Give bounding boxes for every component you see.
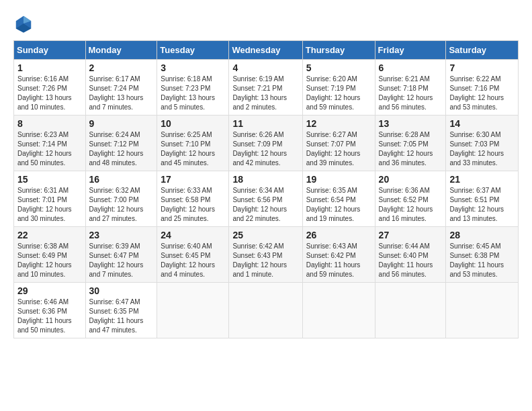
calendar-week-row: 15Sunrise: 6:31 AM Sunset: 7:01 PM Dayli… <box>14 171 519 227</box>
calendar-cell: 12Sunrise: 6:27 AM Sunset: 7:07 PM Dayli… <box>302 116 375 171</box>
day-number: 26 <box>306 230 371 240</box>
day-of-week-header: Monday <box>85 41 157 60</box>
calendar-cell: 9Sunrise: 6:24 AM Sunset: 7:12 PM Daylig… <box>85 116 157 171</box>
day-info: Sunrise: 6:45 AM Sunset: 6:38 PM Dayligh… <box>449 242 515 279</box>
calendar-cell: 24Sunrise: 6:40 AM Sunset: 6:45 PM Dayli… <box>157 227 229 283</box>
day-info: Sunrise: 6:36 AM Sunset: 6:52 PM Dayligh… <box>379 186 443 224</box>
calendar-cell: 23Sunrise: 6:39 AM Sunset: 6:47 PM Dayli… <box>85 227 157 283</box>
day-number: 25 <box>232 230 298 240</box>
calendar-table: SundayMondayTuesdayWednesdayThursdayFrid… <box>13 40 519 338</box>
calendar-cell: 6Sunrise: 6:21 AM Sunset: 7:18 PM Daylig… <box>375 60 446 116</box>
calendar-cell: 28Sunrise: 6:45 AM Sunset: 6:38 PM Dayli… <box>446 227 519 283</box>
calendar-cell: 29Sunrise: 6:46 AM Sunset: 6:36 PM Dayli… <box>14 283 86 338</box>
day-number: 28 <box>449 230 515 240</box>
day-info: Sunrise: 6:24 AM Sunset: 7:12 PM Dayligh… <box>89 130 154 168</box>
day-number: 21 <box>449 174 515 185</box>
day-number: 13 <box>379 118 443 129</box>
calendar-cell <box>375 283 446 338</box>
day-info: Sunrise: 6:42 AM Sunset: 6:43 PM Dayligh… <box>232 242 298 279</box>
calendar-cell: 30Sunrise: 6:47 AM Sunset: 6:35 PM Dayli… <box>85 283 157 338</box>
calendar-cell: 14Sunrise: 6:30 AM Sunset: 7:03 PM Dayli… <box>446 116 519 171</box>
day-info: Sunrise: 6:37 AM Sunset: 6:51 PM Dayligh… <box>449 186 515 224</box>
day-number: 4 <box>232 62 298 73</box>
calendar-cell: 1Sunrise: 6:16 AM Sunset: 7:26 PM Daylig… <box>14 60 86 116</box>
calendar-week-row: 1Sunrise: 6:16 AM Sunset: 7:26 PM Daylig… <box>14 60 519 116</box>
logo <box>13 13 35 34</box>
day-info: Sunrise: 6:31 AM Sunset: 7:01 PM Dayligh… <box>17 186 82 224</box>
calendar-cell: 17Sunrise: 6:33 AM Sunset: 6:58 PM Dayli… <box>157 171 229 227</box>
logo-icon <box>13 13 34 34</box>
calendar-cell: 20Sunrise: 6:36 AM Sunset: 6:52 PM Dayli… <box>375 171 446 227</box>
calendar-cell: 22Sunrise: 6:38 AM Sunset: 6:49 PM Dayli… <box>14 227 86 283</box>
calendar-cell <box>229 283 302 338</box>
calendar-cell: 16Sunrise: 6:32 AM Sunset: 7:00 PM Dayli… <box>85 171 157 227</box>
day-info: Sunrise: 6:26 AM Sunset: 7:09 PM Dayligh… <box>232 130 298 168</box>
day-number: 19 <box>306 174 371 185</box>
calendar-cell <box>302 283 375 338</box>
day-number: 6 <box>379 62 443 73</box>
day-info: Sunrise: 6:16 AM Sunset: 7:26 PM Dayligh… <box>17 75 82 112</box>
day-number: 1 <box>17 62 82 73</box>
day-info: Sunrise: 6:34 AM Sunset: 6:56 PM Dayligh… <box>232 186 298 224</box>
calendar-cell: 2Sunrise: 6:17 AM Sunset: 7:24 PM Daylig… <box>85 60 157 116</box>
day-info: Sunrise: 6:39 AM Sunset: 6:47 PM Dayligh… <box>89 242 154 279</box>
calendar-cell: 3Sunrise: 6:18 AM Sunset: 7:23 PM Daylig… <box>157 60 229 116</box>
day-number: 8 <box>17 118 82 129</box>
day-number: 30 <box>89 285 154 296</box>
day-info: Sunrise: 6:21 AM Sunset: 7:18 PM Dayligh… <box>379 75 443 112</box>
calendar-cell <box>157 283 229 338</box>
calendar-cell: 5Sunrise: 6:20 AM Sunset: 7:19 PM Daylig… <box>302 60 375 116</box>
day-of-week-header: Wednesday <box>229 41 302 60</box>
calendar-cell: 18Sunrise: 6:34 AM Sunset: 6:56 PM Dayli… <box>229 171 302 227</box>
day-info: Sunrise: 6:47 AM Sunset: 6:35 PM Dayligh… <box>89 298 154 335</box>
day-info: Sunrise: 6:44 AM Sunset: 6:40 PM Dayligh… <box>379 242 443 279</box>
day-info: Sunrise: 6:33 AM Sunset: 6:58 PM Dayligh… <box>161 186 225 224</box>
day-number: 10 <box>161 118 225 129</box>
day-number: 20 <box>379 174 443 185</box>
day-number: 23 <box>89 230 154 240</box>
day-info: Sunrise: 6:23 AM Sunset: 7:14 PM Dayligh… <box>17 130 82 168</box>
day-number: 11 <box>232 118 298 129</box>
calendar-week-row: 8Sunrise: 6:23 AM Sunset: 7:14 PM Daylig… <box>14 116 519 171</box>
day-number: 22 <box>17 230 82 240</box>
day-of-week-header: Saturday <box>446 41 519 60</box>
day-of-week-header: Friday <box>375 41 446 60</box>
day-number: 16 <box>89 174 154 185</box>
day-number: 3 <box>161 62 225 73</box>
day-number: 29 <box>17 285 82 296</box>
calendar-cell: 7Sunrise: 6:22 AM Sunset: 7:16 PM Daylig… <box>446 60 519 116</box>
day-info: Sunrise: 6:30 AM Sunset: 7:03 PM Dayligh… <box>449 130 515 168</box>
day-info: Sunrise: 6:18 AM Sunset: 7:23 PM Dayligh… <box>161 75 225 112</box>
calendar-cell: 27Sunrise: 6:44 AM Sunset: 6:40 PM Dayli… <box>375 227 446 283</box>
day-number: 14 <box>449 118 515 129</box>
day-info: Sunrise: 6:40 AM Sunset: 6:45 PM Dayligh… <box>161 242 225 279</box>
day-info: Sunrise: 6:38 AM Sunset: 6:49 PM Dayligh… <box>17 242 82 279</box>
page-header <box>13 13 519 34</box>
day-of-week-header: Sunday <box>14 41 86 60</box>
day-info: Sunrise: 6:43 AM Sunset: 6:42 PM Dayligh… <box>306 242 371 279</box>
day-number: 27 <box>379 230 443 240</box>
day-info: Sunrise: 6:32 AM Sunset: 7:00 PM Dayligh… <box>89 186 154 224</box>
day-of-week-header: Thursday <box>302 41 375 60</box>
day-info: Sunrise: 6:27 AM Sunset: 7:07 PM Dayligh… <box>306 130 371 168</box>
calendar-cell: 26Sunrise: 6:43 AM Sunset: 6:42 PM Dayli… <box>302 227 375 283</box>
calendar-cell: 15Sunrise: 6:31 AM Sunset: 7:01 PM Dayli… <box>14 171 86 227</box>
day-info: Sunrise: 6:28 AM Sunset: 7:05 PM Dayligh… <box>379 130 443 168</box>
day-number: 9 <box>89 118 154 129</box>
calendar-cell: 8Sunrise: 6:23 AM Sunset: 7:14 PM Daylig… <box>14 116 86 171</box>
calendar-cell: 10Sunrise: 6:25 AM Sunset: 7:10 PM Dayli… <box>157 116 229 171</box>
day-info: Sunrise: 6:19 AM Sunset: 7:21 PM Dayligh… <box>232 75 298 112</box>
calendar-week-row: 29Sunrise: 6:46 AM Sunset: 6:36 PM Dayli… <box>14 283 519 338</box>
day-number: 7 <box>449 62 515 73</box>
day-number: 12 <box>306 118 371 129</box>
calendar-cell <box>446 283 519 338</box>
calendar-cell: 11Sunrise: 6:26 AM Sunset: 7:09 PM Dayli… <box>229 116 302 171</box>
day-number: 17 <box>161 174 225 185</box>
calendar-week-row: 22Sunrise: 6:38 AM Sunset: 6:49 PM Dayli… <box>14 227 519 283</box>
day-number: 5 <box>306 62 371 73</box>
day-info: Sunrise: 6:20 AM Sunset: 7:19 PM Dayligh… <box>306 75 371 112</box>
calendar-cell: 25Sunrise: 6:42 AM Sunset: 6:43 PM Dayli… <box>229 227 302 283</box>
day-info: Sunrise: 6:35 AM Sunset: 6:54 PM Dayligh… <box>306 186 371 224</box>
day-info: Sunrise: 6:25 AM Sunset: 7:10 PM Dayligh… <box>161 130 225 168</box>
calendar-cell: 13Sunrise: 6:28 AM Sunset: 7:05 PM Dayli… <box>375 116 446 171</box>
